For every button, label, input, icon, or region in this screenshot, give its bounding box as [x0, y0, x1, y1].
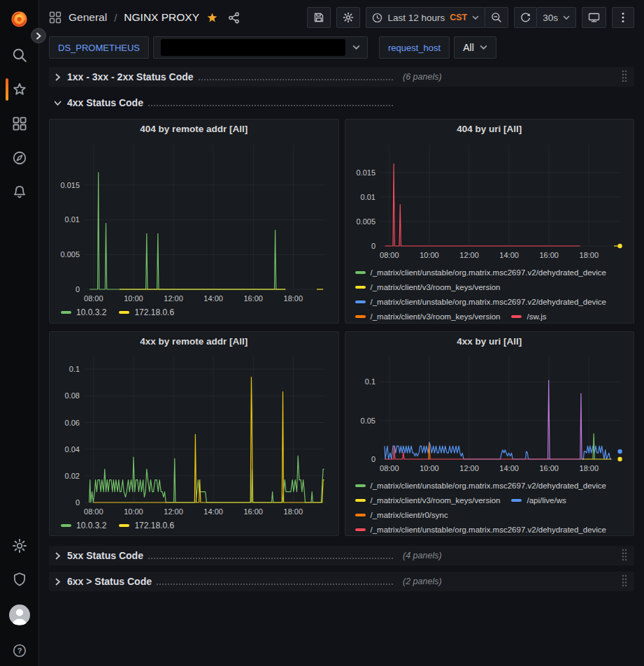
refresh-button[interactable] — [514, 7, 537, 28]
chevron-down-icon — [472, 15, 479, 20]
refresh-interval-dropdown[interactable]: 30s — [536, 7, 576, 28]
save-dashboard-button[interactable] — [307, 7, 331, 28]
cycle-view-mode-button[interactable] — [582, 7, 606, 28]
settings-gear-icon — [343, 12, 354, 23]
legend: /_matrix/client/unstable/org.matrix.msc2… — [351, 263, 629, 323]
legend-color-dash — [355, 286, 366, 289]
legend-item[interactable]: /_matrix/client/r0/sync — [355, 511, 448, 519]
dashboard-title[interactable]: NGINX PROXY — [124, 11, 199, 24]
chevron-down-icon — [480, 45, 487, 50]
variable-ds-prometheus-select[interactable] — [153, 36, 368, 59]
legend: 10.0.3.2172.18.0.6 — [55, 306, 333, 317]
explore-compass-icon — [12, 150, 27, 166]
sidebar-item-explore[interactable] — [0, 150, 38, 166]
favorite-star-icon[interactable] — [206, 12, 218, 24]
panel-body: 08:0010:0012:0014:0016:0018:0000.0050.01… — [345, 139, 634, 323]
svg-text:08:00: 08:00 — [380, 464, 399, 472]
svg-text:12:00: 12:00 — [459, 464, 479, 472]
variable-request-host-select[interactable]: All — [454, 36, 496, 59]
row-panel-count: (2 panels) — [403, 577, 442, 586]
sidebar-item-help[interactable]: ? — [0, 642, 38, 659]
panel-title[interactable]: 4xx by uri [All] — [345, 332, 634, 352]
time-series-chart[interactable]: 08:0010:0012:0014:0016:0018:0000.050.1 — [351, 352, 628, 476]
sidebar-item-server-admin[interactable] — [0, 571, 38, 588]
variable-request-host-label[interactable]: request_host — [379, 36, 450, 59]
row-5xx[interactable]: 5xx Status Code (4 panels) — [49, 546, 634, 565]
sidebar-item-alerting[interactable] — [0, 184, 38, 201]
svg-text:0.015: 0.015 — [356, 168, 375, 177]
save-icon — [313, 12, 324, 23]
svg-text:08:00: 08:00 — [84, 507, 103, 516]
sidebar-item-dashboards[interactable] — [0, 115, 38, 132]
legend-item[interactable]: /_matrix/client/unstable/org.matrix.msc2… — [355, 482, 607, 490]
kebab-icon — [622, 12, 624, 23]
panel-title[interactable]: 404 by remote addr [All] — [50, 120, 338, 139]
breadcrumb-section[interactable]: General — [69, 11, 107, 24]
legend-item[interactable]: /_matrix/client/v3/room_keys/version — [355, 496, 501, 505]
legend-label: /_matrix/client/v3/room_keys/version — [371, 496, 501, 505]
star-icon — [12, 82, 27, 97]
row-drag-handle[interactable] — [621, 574, 628, 589]
legend-item[interactable]: /sw.js — [511, 312, 546, 321]
zoom-out-time-button[interactable] — [485, 7, 508, 28]
row-6xx[interactable]: 6xx > Status Code (2 panels) — [49, 572, 634, 591]
breadcrumb: General / NGINX PROXY — [49, 11, 240, 24]
sidebar-item-starred[interactable] — [0, 81, 38, 98]
request-host-value: All — [463, 42, 474, 53]
svg-text:16:00: 16:00 — [539, 464, 559, 472]
time-series-chart[interactable]: 08:0010:0012:0014:0016:0018:0000.0050.01… — [351, 139, 628, 263]
legend-item[interactable]: /_matrix/client/unstable/org.matrix.msc2… — [355, 298, 607, 306]
legend-item[interactable]: /_matrix/client/unstable/org.matrix.msc2… — [355, 526, 607, 534]
legend-item[interactable]: 10.0.3.2 — [61, 521, 106, 530]
sidebar-item-settings[interactable] — [0, 537, 38, 554]
legend-label: /_matrix/client/r0/sync — [371, 511, 448, 519]
legend-item[interactable]: 172.18.0.6 — [119, 521, 174, 530]
panel-title[interactable]: 404 by uri [All] — [345, 120, 634, 139]
svg-text:12:00: 12:00 — [459, 251, 479, 259]
sidebar: ? — [0, 0, 39, 666]
header-controls: Last 12 hours CST — [307, 7, 634, 28]
dashboard-header: General / NGINX PROXY — [39, 0, 644, 35]
row-4xx[interactable]: 4xx Status Code — [49, 93, 634, 113]
legend-item[interactable]: /_matrix/client/v3/room_keys/version — [355, 283, 501, 291]
row-1xx-3xx-2xx[interactable]: 1xx - 3xx - 2xx Status Code (6 panels) — [49, 67, 634, 87]
svg-text:14:00: 14:00 — [499, 464, 519, 472]
svg-text:18:00: 18:00 — [284, 294, 303, 303]
panel-body: 08:0010:0012:0014:0016:0018:0000.050.1/_… — [345, 352, 634, 535]
row-drag-handle[interactable] — [621, 69, 628, 85]
svg-text:0.08: 0.08 — [65, 391, 80, 400]
time-range-button[interactable]: Last 12 hours CST — [366, 7, 485, 28]
sidebar-expand-button[interactable] — [31, 28, 46, 43]
legend-item[interactable]: /api/live/ws — [511, 496, 566, 505]
legend-item[interactable]: /_matrix/client/v3/room_keys/version — [355, 312, 501, 321]
svg-text:0.01: 0.01 — [65, 215, 80, 224]
more-options-button[interactable] — [612, 7, 634, 28]
legend-item[interactable]: 172.18.0.6 — [119, 307, 174, 317]
dashboard-settings-button[interactable] — [336, 7, 360, 28]
dashboard-body: 1xx - 3xx - 2xx Status Code (6 panels) 4… — [39, 67, 644, 591]
svg-text:10:00: 10:00 — [420, 464, 439, 472]
row-dotted-leader — [148, 105, 393, 106]
svg-text:16:00: 16:00 — [539, 251, 559, 259]
time-series-chart[interactable]: 08:0010:0012:0014:0016:0018:0000.0050.01… — [55, 139, 332, 306]
svg-text:0.1: 0.1 — [364, 377, 375, 386]
legend-item[interactable]: 10.0.3.2 — [61, 307, 106, 317]
legend-color-dash — [355, 514, 366, 516]
legend-label: /api/live/ws — [527, 496, 566, 505]
legend-color-dash — [511, 499, 522, 502]
grafana-logo[interactable] — [0, 8, 38, 29]
svg-text:0.05: 0.05 — [360, 417, 375, 425]
svg-text:14:00: 14:00 — [499, 251, 519, 259]
row-drag-handle[interactable] — [621, 548, 628, 563]
share-icon[interactable] — [228, 12, 240, 24]
time-series-chart[interactable]: 08:0010:0012:0014:0016:0018:0000.020.040… — [55, 352, 332, 519]
legend-color-dash — [355, 315, 366, 318]
legend-item[interactable]: /_matrix/client/unstable/org.matrix.msc2… — [355, 268, 607, 277]
user-avatar[interactable] — [9, 605, 30, 625]
svg-text:0: 0 — [76, 285, 80, 294]
variable-ds-prometheus-label[interactable]: DS_PROMETHEUS — [49, 36, 149, 59]
variables-bar: DS_PROMETHEUS request_host All — [39, 35, 644, 67]
panel-title[interactable]: 4xx by remote addr [All] — [50, 332, 338, 352]
shield-icon — [12, 572, 27, 587]
sidebar-item-search[interactable] — [0, 47, 38, 64]
